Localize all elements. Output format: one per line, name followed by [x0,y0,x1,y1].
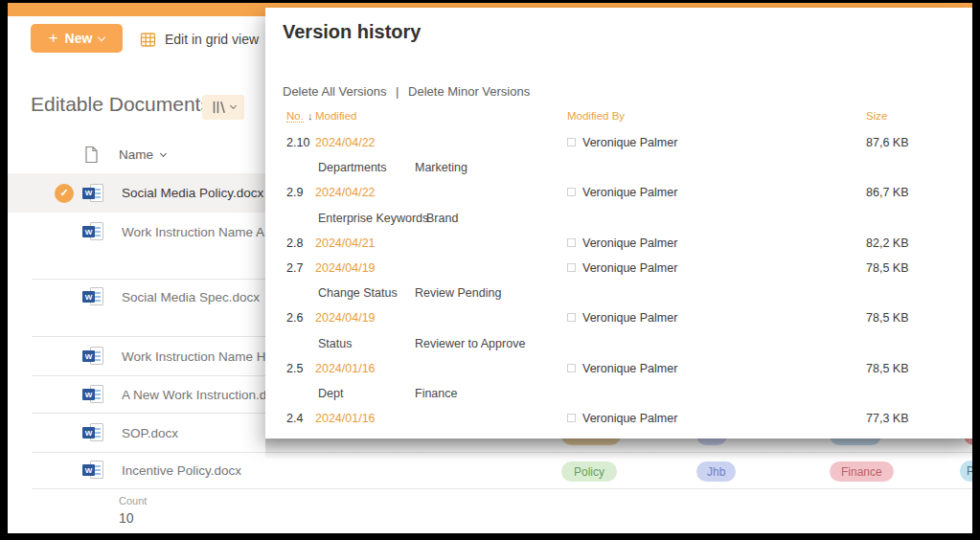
person-name: Veronique Palmer [582,236,677,250]
edit-in-grid-view-label: Edit in grid view [165,32,259,47]
version-number: 2.5 [286,362,303,375]
modified-column-header: Modified [315,110,356,122]
presence-checkbox[interactable] [567,414,576,422]
version-size: 78,5 KB [866,311,908,325]
size-column-header: Size [866,110,887,122]
presence-checkbox[interactable] [567,364,576,372]
word-docx-icon: W [82,385,104,404]
delete-minor-versions-link[interactable]: Delete Minor Versions [408,84,530,99]
presence-checkbox[interactable] [567,238,576,247]
view-selector[interactable] [202,95,244,120]
version-row: 2.8 2024/04/21 Veronique Palmer 82,2 KB [265,231,972,256]
document-name[interactable]: Work Instruction Name H [122,349,266,364]
version-history-dialog: Version history Delete All Versions | De… [265,8,972,439]
document-type-column-icon [84,146,99,164]
document-name[interactable]: SOP.docx [122,426,178,440]
person-name: Veronique Palmer [582,412,677,425]
modified-date-link[interactable]: 2024/01/16 [315,362,376,375]
edit-in-grid-view-button[interactable]: Edit in grid view [140,28,259,51]
grid-icon [140,32,156,48]
selected-check-icon[interactable]: ✓ [55,184,74,203]
version-detail-row: Change Status Review Pending [265,281,972,305]
version-row: 2.5 2024/01/16 Veronique Palmer 78,5 KB [265,356,972,381]
modified-by-cell: Veronique Palmer [567,412,677,425]
modified-by-cell: Veronique Palmer [567,311,677,325]
changed-field-value: Review Pending [415,286,501,300]
word-docx-icon: W [82,287,104,306]
tag-pill-jhb: Jhb [696,461,736,482]
tag-pill-policy: Policy [561,461,617,482]
changed-field-name: Status [318,337,352,350]
delete-all-versions-link[interactable]: Delete All Versions [283,84,386,99]
version-number: 2.9 [286,186,303,199]
chevron-down-icon [98,33,105,40]
version-size: 78,5 KB [866,261,908,275]
modified-by-cell: Veronique Palmer [567,136,677,149]
version-table-header: No. ↓ Modified Modified By Size [265,110,972,125]
presence-checkbox[interactable] [567,138,576,146]
changed-field-value: Brand [426,212,458,225]
version-size: 86,7 KB [866,186,908,199]
name-column-label: Name [119,147,153,162]
word-docx-icon: W [82,461,104,480]
modified-date-link[interactable]: 2024/01/16 [315,412,376,425]
sharepoint-library-screen: + New Edit in grid view Editable Documen… [0,0,980,540]
person-name: Veronique Palmer [582,362,677,375]
version-detail-row: Status Reviewer to Approve [265,331,972,356]
document-name[interactable]: Work Instruction Name A [122,225,264,239]
person-name: Veronique Palmer [582,311,677,325]
version-row: 2.6 2024/04/19 Veronique Palmer 78,5 KB [265,305,972,330]
count-label: Count [119,495,147,506]
count-value: 10 [119,510,134,526]
changed-field-name: Enterprise Keywords [318,212,428,225]
version-row: 2.10 2024/04/22 Veronique Palmer 87,6 KB [265,130,972,155]
chevron-down-icon [229,102,236,109]
version-size: 82,2 KB [866,236,908,250]
page-title: Editable Documents [31,93,211,116]
version-row: 2.4 2024/01/16 Veronique Palmer 77,3 KB [265,406,972,431]
row-divider [32,488,972,489]
version-size: 78,5 KB [866,362,908,375]
version-row: 2.9 2024/04/22 Veronique Palmer 86,7 KB [265,180,972,205]
presence-checkbox[interactable] [567,263,576,272]
version-size: 77,3 KB [866,412,908,425]
list-view-icon [212,101,226,114]
dialog-actions: Delete All Versions | Delete Minor Versi… [283,84,530,99]
version-detail-row: Departments Marketing [265,155,972,180]
no-column-header[interactable]: No. [286,110,304,123]
changed-field-value: Reviewer to Approve [415,337,525,350]
modified-date-link[interactable]: 2024/04/19 [315,311,376,325]
modified-by-cell: Veronique Palmer [567,236,677,250]
document-name[interactable]: Social Media Spec.docx [122,290,260,304]
word-docx-icon: W [82,222,104,241]
document-name[interactable]: A New Work Instruction.d [122,388,266,402]
plus-icon: + [49,30,58,46]
presence-checkbox[interactable] [567,313,576,322]
version-detail-row: Enterprise Keywords Brand [265,206,972,231]
new-button[interactable]: + New [31,24,123,53]
version-row: 2.7 2024/04/19 Veronique Palmer 78,5 KB [265,256,972,281]
screenshot-frame [972,0,980,540]
presence-checkbox[interactable] [567,188,576,196]
modified-by-cell: Veronique Palmer [567,186,677,199]
document-name[interactable]: Incentive Policy.docx [122,463,241,478]
person-name: Veronique Palmer [582,261,677,275]
modified-date-link[interactable]: 2024/04/19 [315,261,376,275]
dialog-shadow [265,439,972,460]
version-size: 87,6 KB [866,136,908,149]
word-docx-icon: W [82,347,104,366]
modified-date-link[interactable]: 2024/04/21 [315,236,376,250]
version-number: 2.7 [286,261,303,275]
person-name: Veronique Palmer [582,186,677,199]
person-name: Veronique Palmer [582,136,677,149]
document-name[interactable]: Social Media Policy.docx [122,186,263,200]
actions-divider: | [396,84,399,99]
modified-by-cell: Veronique Palmer [567,362,677,375]
modified-date-link[interactable]: 2024/04/22 [315,186,376,199]
name-column-header[interactable]: Name [119,147,166,162]
version-detail-row: Dept Finance [265,381,972,406]
screenshot-frame [0,533,980,540]
sort-descending-icon: ↓ [308,110,313,122]
version-number: 2.6 [286,311,303,325]
modified-date-link[interactable]: 2024/04/22 [315,136,376,149]
